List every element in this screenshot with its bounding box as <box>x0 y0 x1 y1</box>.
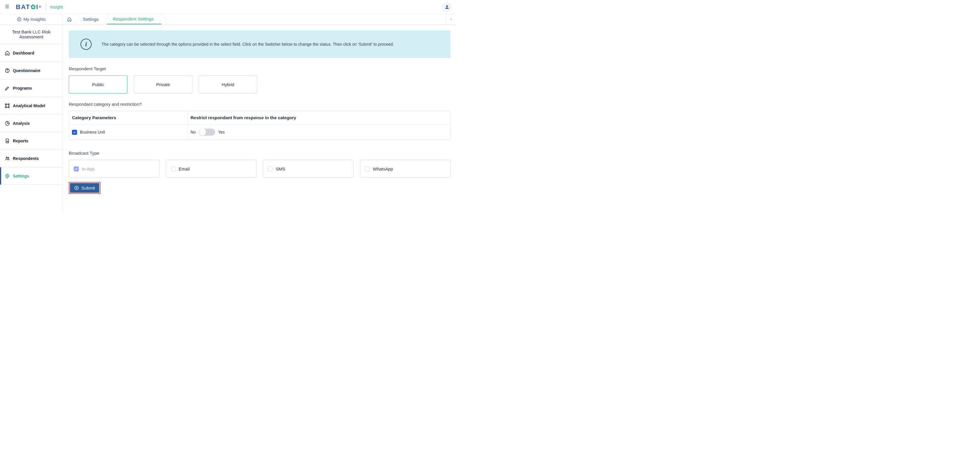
brand-product[interactable]: Insight <box>50 5 63 10</box>
nav-analytical-model[interactable]: Analytical Model <box>0 97 63 115</box>
my-insights-link[interactable]: My Insights <box>0 14 63 25</box>
report-icon <box>5 138 10 144</box>
switch-no-label: No <box>191 130 196 134</box>
my-insights-label: My Insights <box>24 17 46 22</box>
submit-button[interactable]: Submit <box>70 183 99 193</box>
main: Settings Respondent Settings i The categ… <box>63 14 457 213</box>
nav-label: Analytical Model <box>13 104 45 108</box>
svg-point-14 <box>7 175 8 177</box>
broadcast-whatsapp[interactable]: WhatsApp <box>360 160 451 178</box>
check-icon <box>75 167 78 171</box>
topbar: BAT✿I® Insight <box>0 0 457 14</box>
restrict-toggle[interactable] <box>199 129 215 136</box>
table-header-row: Category Parameters Restrict respondant … <box>69 111 450 124</box>
nav-label: Settings <box>13 174 29 178</box>
whatsapp-checkbox[interactable] <box>365 166 370 171</box>
nav-respondents[interactable]: Respondents <box>0 150 63 167</box>
breadcrumb-home[interactable] <box>63 14 77 24</box>
svg-point-12 <box>6 157 8 158</box>
breadcrumb-respondent-settings[interactable]: Respondent Settings <box>107 14 162 24</box>
breadcrumb-label: Settings <box>83 17 99 22</box>
breadcrumb-collapse[interactable] <box>446 14 457 24</box>
pen-icon <box>5 86 10 91</box>
switch-yes-label: Yes <box>218 130 225 134</box>
nav-label: Respondents <box>13 156 39 161</box>
svg-point-3 <box>446 5 448 7</box>
respondent-target-label: Respondent Target <box>69 66 450 71</box>
info-icon: i <box>81 39 92 50</box>
breadcrumb-settings[interactable]: Settings <box>77 14 107 24</box>
arrow-circle-right-icon <box>74 185 79 190</box>
nav-label: Reports <box>13 139 29 143</box>
breadcrumb: Settings Respondent Settings <box>63 14 457 25</box>
brand-logo[interactable]: BAT✿I® <box>16 3 41 11</box>
table-row: Business Unit No Yes <box>69 124 450 140</box>
broadcast-type-label: Broadcast Type <box>69 150 450 155</box>
broadcast-sms[interactable]: SMS <box>263 160 353 178</box>
breadcrumb-label: Respondent Settings <box>113 16 153 21</box>
target-option-public[interactable]: Public <box>69 75 127 93</box>
check-icon <box>73 131 76 134</box>
svg-point-4 <box>18 18 21 21</box>
user-avatar[interactable] <box>442 2 452 12</box>
nav-programs[interactable]: Programs <box>0 79 63 97</box>
svg-rect-8 <box>8 104 10 105</box>
option-label: Private <box>156 82 170 87</box>
option-label: Hybrid <box>221 82 234 87</box>
model-icon <box>5 103 10 109</box>
home-icon <box>67 17 72 22</box>
col-header-restrict: Restrict respondant from response in the… <box>188 111 450 124</box>
nav-label: Programs <box>13 86 32 91</box>
sidebar: My Insights Test Bank LLC Risk Assessmen… <box>0 14 63 213</box>
submit-highlight-frame: Submit <box>69 182 100 194</box>
nav-questionnaire[interactable]: Questionnaire <box>0 62 63 79</box>
svg-point-13 <box>8 157 9 158</box>
svg-rect-7 <box>5 104 6 105</box>
brand-divider <box>46 3 46 11</box>
pie-icon <box>5 121 10 126</box>
question-icon <box>5 68 10 73</box>
info-banner: i The category can be selected through t… <box>69 30 450 58</box>
broadcast-email[interactable]: Email <box>166 160 257 178</box>
home-icon <box>5 50 10 56</box>
nav-settings[interactable]: Settings <box>0 167 63 185</box>
inapp-checkbox[interactable] <box>74 166 79 171</box>
chevron-left-icon <box>450 18 453 21</box>
nav-analysis[interactable]: Analysis <box>0 115 63 132</box>
target-option-hybrid[interactable]: Hybrid <box>199 75 257 93</box>
svg-rect-10 <box>8 107 10 108</box>
target-option-private[interactable]: Private <box>134 75 192 93</box>
email-checkbox[interactable] <box>171 166 176 171</box>
nav-dashboard[interactable]: Dashboard <box>0 44 63 62</box>
broadcast-label: Email <box>179 166 190 171</box>
category-table: Category Parameters Restrict respondant … <box>69 111 450 140</box>
project-title: Test Bank LLC Risk Assessment <box>0 25 63 44</box>
submit-label: Submit <box>81 185 95 190</box>
nav-reports[interactable]: Reports <box>0 132 63 150</box>
menu-toggle-icon[interactable] <box>5 3 11 10</box>
col-header-category: Category Parameters <box>69 111 188 124</box>
broadcast-inapp[interactable]: In-App <box>69 160 159 178</box>
sms-checkbox[interactable] <box>268 166 273 171</box>
broadcast-label: SMS <box>276 166 285 171</box>
option-label: Public <box>92 82 104 87</box>
nav-label: Analysis <box>13 121 30 126</box>
users-icon <box>5 156 10 161</box>
toggle-knob <box>199 129 206 136</box>
category-restriction-label: Respondant category and restriction? <box>69 102 450 107</box>
info-text: The category can be selected through the… <box>102 42 394 46</box>
broadcast-label: WhatsApp <box>373 166 393 171</box>
gear-icon <box>5 173 10 179</box>
nav-label: Dashboard <box>13 51 34 55</box>
svg-rect-9 <box>5 107 6 108</box>
nav-label: Questionnaire <box>13 68 40 73</box>
broadcast-label: In-App <box>82 166 95 171</box>
category-name: Business Unit <box>80 130 105 134</box>
business-unit-checkbox[interactable] <box>72 130 77 135</box>
